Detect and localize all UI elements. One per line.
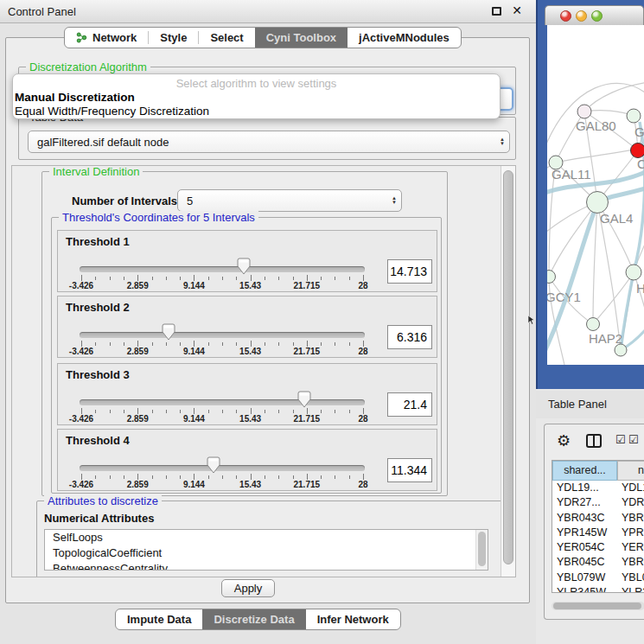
table-cell: YBR043C — [552, 511, 617, 526]
tab-cyni-toolbox[interactable]: Cyni Toolbox — [255, 28, 348, 48]
tick-mark — [349, 475, 350, 479]
tick-mark — [194, 341, 194, 347]
tick-label: -3.426 — [69, 480, 93, 489]
network-edge[interactable] — [584, 111, 634, 116]
table-cell: YDR27... — [552, 495, 617, 510]
network-node[interactable] — [631, 143, 644, 158]
table-row[interactable]: YDR27...YDR2 — [552, 495, 644, 510]
algorithm-option[interactable]: Manual Discretization — [13, 91, 500, 105]
threshold-4-slider-thumb[interactable] — [207, 456, 220, 474]
tab-style[interactable]: Style — [149, 28, 198, 48]
threshold-2-value-field[interactable]: 6.316 — [387, 325, 432, 349]
threshold-1-slider-thumb[interactable] — [237, 258, 251, 275]
gear-icon[interactable]: ⚙ — [557, 431, 571, 450]
checkbox-icon[interactable]: ☑ — [615, 433, 626, 446]
threshold-2-slider-thumb[interactable] — [162, 323, 175, 341]
network-node[interactable] — [626, 265, 641, 280]
threshold-4-value-field[interactable]: 11.344 — [387, 458, 432, 482]
table-data-combobox[interactable]: galFiltered.sif default node ▲▼ — [28, 131, 510, 153]
tick-mark — [363, 275, 364, 281]
tab-impute-data[interactable]: Impute Data — [116, 609, 202, 629]
checkbox-icon[interactable]: ☑ — [628, 433, 639, 446]
table-row[interactable]: YDL19...YDL1 — [552, 481, 644, 495]
tick-label: 2.859 — [127, 347, 149, 356]
network-node[interactable] — [627, 109, 641, 123]
table-toolbar: ⚙ ☑ ☑ — [545, 430, 644, 456]
network-graph[interactable]: GAL80GAGAL11CGAL4GCY1HHAP2 — [547, 25, 644, 365]
network-edge[interactable] — [593, 202, 597, 324]
tick-label: 21.715 — [294, 347, 321, 356]
apply-button[interactable]: Apply — [221, 579, 275, 597]
tab-label: Cyni Toolbox — [266, 31, 336, 44]
tick-label: 15.43 — [239, 414, 261, 424]
num-intervals-label: Number of Intervals — [72, 194, 177, 207]
tick-mark — [180, 410, 181, 413]
tick-label: 28 — [358, 480, 367, 489]
threshold-4-slider-track[interactable] — [80, 465, 365, 471]
table-cell: YDR2 — [617, 495, 644, 510]
network-node[interactable] — [577, 105, 591, 118]
threshold-3-slider-track[interactable] — [80, 399, 365, 405]
tab-select[interactable]: Select — [199, 28, 254, 48]
table-horizontal-scrollbar[interactable] — [552, 602, 644, 610]
tab-infer-network[interactable]: Infer Network — [306, 609, 400, 629]
threshold-1-slider-track[interactable] — [80, 266, 365, 272]
tick-mark — [208, 475, 209, 479]
mouse-cursor — [528, 313, 536, 322]
scrollbar-thumb[interactable] — [503, 170, 513, 564]
table-cell: YLR345W — [552, 585, 617, 593]
network-node[interactable] — [615, 344, 627, 356]
threshold-1-value-field[interactable]: 14.713 — [387, 259, 432, 284]
network-node[interactable] — [587, 318, 600, 331]
float-window-icon[interactable] — [492, 7, 501, 16]
table-cell: YLR3 — [617, 585, 644, 593]
tick-mark — [265, 342, 265, 346]
tick-mark — [81, 474, 82, 480]
split-columns-icon[interactable] — [586, 434, 602, 448]
zoom-traffic-light-icon[interactable] — [591, 10, 603, 22]
tick-mark — [236, 342, 237, 346]
network-canvas[interactable]: GAL80GAGAL11CGAL4GCY1HHAP2 — [547, 25, 644, 365]
minimize-traffic-light-icon[interactable] — [576, 10, 587, 22]
network-window-titlebar[interactable] — [545, 5, 644, 25]
attribute-list-item[interactable]: BetweennessCentrality — [45, 561, 488, 571]
panel-title: Control Panel — [8, 5, 76, 18]
column-header-2[interactable]: na — [617, 461, 644, 481]
network-node[interactable] — [587, 192, 609, 214]
close-icon[interactable]: ✕ — [512, 3, 522, 17]
scrollbar-thumb[interactable] — [553, 603, 641, 609]
table-row[interactable]: YBL079WYBL0 — [552, 571, 644, 585]
tick-mark — [137, 408, 138, 414]
threshold-panel-2: Threshold 2-3.4262.8599.14415.4321.71528… — [57, 296, 437, 358]
tick-label: 15.43 — [239, 347, 261, 356]
tick-mark — [321, 475, 322, 479]
attribute-list-item[interactable]: SelfLoops — [45, 530, 488, 545]
table-row[interactable]: YLR345WYLR3 — [552, 585, 644, 593]
scrollbar-thumb[interactable] — [478, 532, 486, 566]
attribute-list-item[interactable]: TopologicalCoefficient — [45, 545, 488, 561]
table-row[interactable]: YPR145WYPR1 — [552, 526, 644, 540]
tab-network[interactable]: Network — [65, 28, 148, 48]
network-node[interactable] — [547, 271, 556, 284]
threshold-3-slider-thumb[interactable] — [297, 391, 311, 408]
tick-mark — [363, 341, 364, 347]
control-panel-titlebar: Control Panel ✕ — [0, 0, 536, 23]
top-tab-bar: NetworkStyleSelectCyni ToolboxjActiveMNo… — [64, 27, 462, 48]
column-header-1[interactable]: shared... — [552, 461, 617, 481]
algorithm-option[interactable]: Equal Width/Frequency Discretization — [13, 105, 500, 118]
settings-scrollbar[interactable] — [501, 166, 515, 577]
table-row[interactable]: YBR043CYBR0 — [552, 511, 644, 526]
tab-discretize-data[interactable]: Discretize Data — [202, 609, 305, 629]
num-intervals-combobox[interactable]: 5 ▲▼ — [177, 189, 402, 212]
close-traffic-light-icon[interactable] — [560, 10, 571, 22]
tab-jactivemnodules[interactable]: jActiveMNodules — [348, 28, 461, 48]
table-rows: YDL19...YDL1YDR27...YDR2YBR043CYBR0YPR14… — [552, 481, 644, 593]
attribute-items: SelfLoopsTopologicalCoefficientBetweenne… — [45, 530, 488, 571]
control-panel: Control Panel ✕ NetworkStyleSelectCyni T… — [0, 0, 536, 644]
threshold-3-value-field[interactable]: 21.4 — [387, 392, 432, 417]
tick-label: -3.426 — [69, 414, 93, 424]
threshold-2-slider-track[interactable] — [80, 332, 365, 338]
attributes-list-scrollbar[interactable] — [475, 530, 488, 570]
table-row[interactable]: YER054CYER0 — [552, 540, 644, 555]
table-row[interactable]: YBR045CYBR0 — [552, 555, 644, 570]
